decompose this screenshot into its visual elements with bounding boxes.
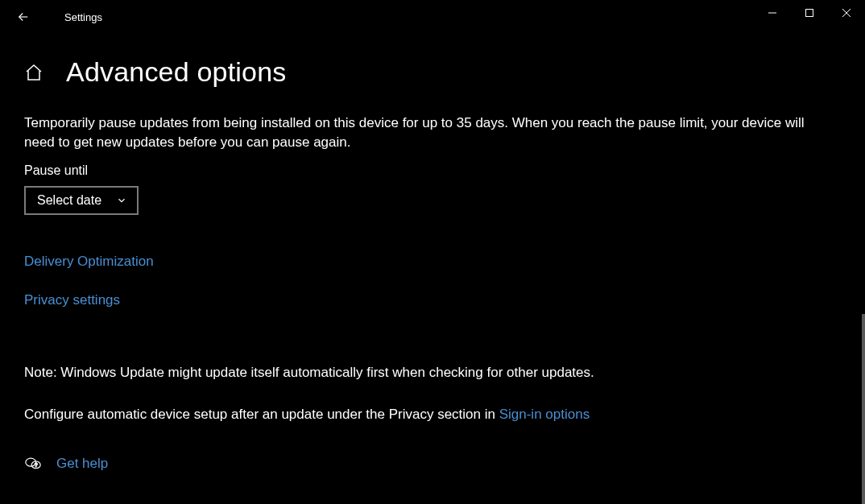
svg-text:?: ? (35, 461, 38, 467)
content-area: Advanced options Temporarily pause updat… (0, 56, 865, 473)
privacy-settings-link[interactable]: Privacy settings (24, 292, 841, 308)
configure-prefix: Configure automatic device setup after a… (24, 407, 499, 422)
select-date-value: Select date (37, 193, 101, 208)
svg-rect-1 (806, 10, 813, 17)
get-help-row: ? Get help (24, 455, 841, 473)
minimize-icon (768, 9, 776, 17)
maximize-icon (805, 9, 813, 17)
maximize-button[interactable] (791, 0, 828, 26)
close-button[interactable] (828, 0, 865, 26)
chat-help-icon: ? (24, 455, 42, 473)
page-title: Advanced options (66, 56, 287, 88)
scrollbar[interactable] (862, 314, 865, 504)
window-controls (754, 0, 865, 26)
app-title: Settings (64, 11, 102, 23)
update-note: Note: Windows Update might update itself… (24, 365, 841, 381)
titlebar: Settings (0, 0, 865, 34)
get-help-link[interactable]: Get help (56, 456, 108, 472)
back-arrow-icon (16, 10, 31, 24)
page-header: Advanced options (24, 56, 841, 88)
back-button[interactable] (16, 0, 48, 34)
configure-text: Configure automatic device setup after a… (24, 407, 841, 423)
home-icon[interactable] (24, 63, 43, 82)
minimize-button[interactable] (754, 0, 791, 26)
select-date-dropdown[interactable]: Select date (24, 186, 139, 215)
chevron-down-icon (116, 195, 127, 206)
pause-description: Temporarily pause updates from being ins… (24, 114, 838, 152)
close-icon (842, 9, 851, 17)
signin-options-link[interactable]: Sign-in options (499, 407, 590, 422)
delivery-optimization-link[interactable]: Delivery Optimization (24, 254, 841, 270)
pause-until-label: Pause until (24, 163, 841, 178)
